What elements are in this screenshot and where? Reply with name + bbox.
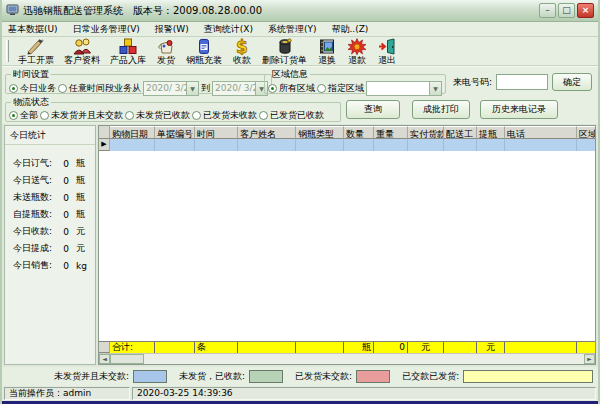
radio-status-all[interactable]: 全部: [9, 109, 38, 122]
starburst-icon: [347, 38, 367, 55]
radio-shipped-paid[interactable]: 已发货已收款: [259, 109, 324, 122]
toolbar-grip: [6, 40, 9, 62]
dollar-icon: $: [232, 38, 252, 55]
stat-row: 自提瓶数:0瓶: [5, 206, 95, 223]
refund-button[interactable]: 退款: [342, 37, 372, 66]
scroll-right-icon[interactable]: ►: [584, 354, 595, 364]
menu-item-system-mgmt[interactable]: 系统管理(Y): [268, 23, 317, 36]
radio-shipped-unpaid[interactable]: 已发货未收款: [192, 109, 257, 122]
selected-empty-row[interactable]: ▶: [99, 139, 595, 151]
close-button[interactable]: ×: [577, 3, 594, 18]
datetime-status: 2020-03-25 14:39:36: [132, 387, 596, 400]
logistics-status-group: 物流状态 全部 未发货并且未交款 未发货已收款 已发货未收款: [5, 96, 341, 122]
logistics-status-title: 物流状态: [11, 96, 51, 109]
customer-info-button[interactable]: 客户资料: [59, 37, 105, 66]
table-body[interactable]: [99, 151, 595, 341]
cubes-icon: [118, 38, 138, 55]
total-cell: [577, 342, 595, 353]
total-cell: 元: [408, 342, 444, 353]
total-cell: 条: [195, 342, 238, 353]
menu-item-basic-data[interactable]: 基本数据(U): [8, 23, 58, 36]
delete-order-button[interactable]: 删除订货单: [257, 37, 312, 66]
caller-id-input[interactable]: [496, 74, 548, 90]
col-header-customer[interactable]: 客户姓名: [238, 126, 296, 139]
confirm-button[interactable]: 确定: [552, 73, 592, 91]
scroll-left-icon[interactable]: ◄: [99, 354, 110, 364]
exit-door-icon: [377, 38, 397, 55]
col-header-pickup[interactable]: 提瓶: [477, 126, 505, 139]
col-header-region[interactable]: 区域: [577, 126, 595, 139]
total-cell: 合计:: [110, 342, 155, 353]
col-header-deliverer[interactable]: 配送工: [444, 126, 477, 139]
stat-row: 今日提成:0元: [5, 240, 95, 257]
col-header-weight[interactable]: 重量: [374, 126, 408, 139]
minimize-button[interactable]: –: [539, 3, 556, 18]
col-header-order-no[interactable]: 单据编号: [155, 126, 195, 139]
radio-dot: [268, 84, 277, 93]
legend-label: 未发货，已收款:: [179, 370, 245, 383]
totals-row: 合计: 条 瓶 0 元 元: [99, 341, 595, 353]
date-to-picker[interactable]: 2020/ 3/25 ▼: [212, 81, 268, 96]
window-title: 迅驰钢瓶配送管理系统: [23, 4, 123, 18]
menu-item-query-stats[interactable]: 查询统计(X): [204, 23, 253, 36]
chevron-down-icon: ▼: [429, 82, 441, 95]
collect-payment-button[interactable]: $ 收款: [227, 37, 257, 66]
radio-time-range[interactable]: 任意时间段业务从: [58, 82, 141, 95]
table-header: 购物日期 单据编号 时间 客户姓名 钢瓶类型 数量 重量 实付货款 配送工 提瓶…: [99, 126, 595, 139]
legend-label: 已发货未交款:: [295, 370, 352, 383]
product-stock-in-button[interactable]: 产品入库: [105, 37, 151, 66]
legend-label: 未发货并且未交款:: [54, 370, 129, 383]
menu-item-help[interactable]: 帮助..(Z): [331, 23, 368, 36]
col-header-date[interactable]: 购物日期: [110, 126, 155, 139]
version-label: 版本号：2009.08.28.00.00: [133, 4, 262, 18]
col-header-phone[interactable]: 电话: [505, 126, 577, 139]
call-history-button[interactable]: 历史来电记录: [480, 100, 558, 119]
customers-icon: [72, 38, 92, 55]
col-header-paid-amount[interactable]: 实付货款: [408, 126, 444, 139]
time-settings-group: 时间设置 今日业务 任意时间段业务从 2020/ 3/25 ▼ 到 2020/ …: [5, 68, 272, 94]
col-header-qty[interactable]: 数量: [344, 126, 374, 139]
batch-print-button[interactable]: 成批打印: [412, 100, 470, 119]
legend-swatch-blue: [133, 370, 167, 383]
chevron-down-icon: ▼: [186, 82, 198, 95]
ship-goods-button[interactable]: 发货: [151, 37, 181, 66]
radio-all-regions[interactable]: 所有区域: [268, 82, 315, 95]
exit-button[interactable]: 退出: [372, 37, 402, 66]
radio-specified-region[interactable]: 指定区域: [317, 82, 364, 95]
title-bar: 迅驰钢瓶配送管理系统 版本号：2009.08.28.00.00 – □ ×: [2, 0, 598, 22]
horizontal-scrollbar[interactable]: ◄ ►: [99, 353, 595, 364]
legend-label: 已交款已发货:: [402, 370, 459, 383]
stat-row: 今日订气:0瓶: [5, 155, 95, 172]
status-legend: 未发货并且未交款: 未发货，已收款: 已发货未交款: 已交款已发货:: [2, 367, 598, 386]
toolbar: 手工开票 客户资料 产品入库 发货 钢瓶充装 $ 收款 删除订货单 退换: [2, 37, 598, 66]
radio-today-business[interactable]: 今日业务: [9, 82, 56, 95]
total-cell: [296, 342, 344, 353]
total-cell: [238, 342, 296, 353]
query-button[interactable]: 查询: [346, 100, 400, 119]
stat-row: 今日送气:0瓶: [5, 172, 95, 189]
radio-unshipped-paid[interactable]: 未发货已收款: [125, 109, 190, 122]
menu-item-daily-business[interactable]: 日常业务管理(V): [73, 23, 140, 36]
operator-status: 当前操作员：admin: [4, 387, 130, 400]
form-photo-icon: [317, 38, 337, 55]
total-cell: [444, 342, 477, 353]
scrollbar-thumb[interactable]: [110, 354, 144, 364]
region-select[interactable]: ▼: [366, 81, 442, 96]
radio-unshipped-unpaid[interactable]: 未发货并且未交款: [40, 109, 123, 122]
radio-dot: [58, 84, 67, 93]
manual-invoice-button[interactable]: 手工开票: [13, 37, 59, 66]
menu-item-alarm[interactable]: 报警(W): [155, 23, 189, 36]
col-header-time[interactable]: 时间: [195, 126, 238, 139]
date-from-picker[interactable]: 2020/ 3/25 ▼: [143, 81, 199, 96]
radio-dot: [192, 111, 201, 120]
exchange-button[interactable]: 退换: [312, 37, 342, 66]
app-window: 迅驰钢瓶配送管理系统 版本号：2009.08.28.00.00 – □ × 基本…: [0, 0, 600, 404]
cylinder-icon: [194, 38, 214, 55]
caller-id-area: 来电号码: 确定: [453, 73, 592, 91]
cylinder-fill-button[interactable]: 钢瓶充装: [181, 37, 227, 66]
col-header-cylinder-type[interactable]: 钢瓶类型: [296, 126, 344, 139]
total-cell: 瓶: [344, 342, 374, 353]
total-cell: [155, 342, 195, 353]
maximize-button[interactable]: □: [558, 3, 575, 18]
scrollbar-track[interactable]: [144, 354, 584, 364]
